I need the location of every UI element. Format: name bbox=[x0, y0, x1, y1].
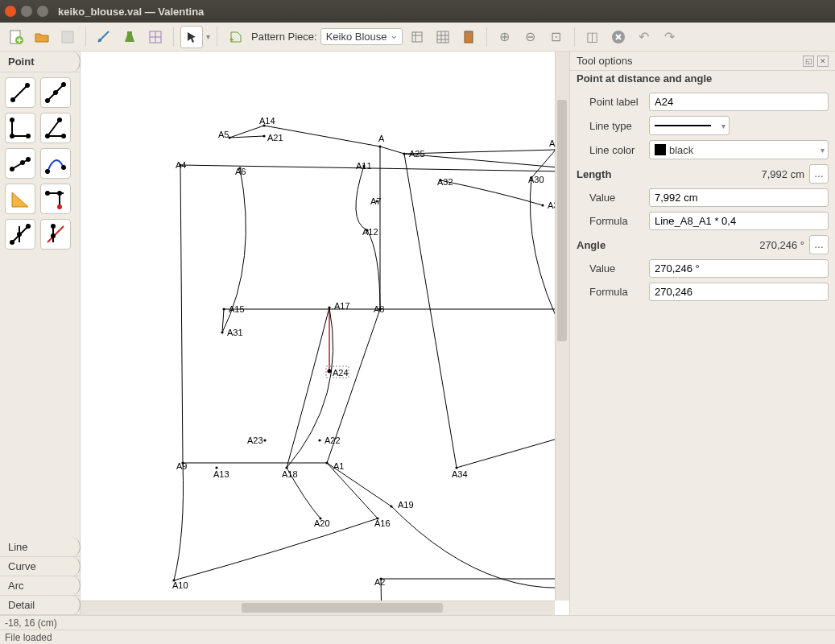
panel-close-icon[interactable]: ✕ bbox=[817, 56, 829, 67]
svg-line-57 bbox=[404, 150, 555, 154]
svg-line-62 bbox=[457, 434, 555, 468]
svg-point-22 bbox=[10, 118, 14, 122]
svg-text:A13: A13 bbox=[213, 469, 229, 479]
body-button[interactable] bbox=[118, 26, 141, 48]
tool-options-panel: Tool options ◱✕ Point at distance and an… bbox=[569, 52, 835, 615]
tool-line-intersect[interactable] bbox=[5, 219, 35, 250]
panel-undock-icon[interactable]: ◱ bbox=[803, 56, 814, 67]
length-display: 7,992 cm bbox=[762, 168, 804, 180]
redo-button[interactable]: ↷ bbox=[659, 26, 681, 48]
tool-triangle[interactable] bbox=[5, 184, 35, 214]
svg-text:A5: A5 bbox=[218, 130, 229, 139]
add-piece-button[interactable]: + bbox=[224, 26, 246, 48]
line-color-select[interactable]: black▾ bbox=[649, 140, 829, 159]
tab-curve[interactable]: Curve bbox=[0, 557, 80, 576]
window-maximize-icon[interactable] bbox=[37, 6, 48, 17]
svg-line-71 bbox=[229, 126, 264, 138]
svg-point-75 bbox=[378, 145, 381, 147]
zoom-out-button[interactable]: ⊖ bbox=[519, 26, 542, 48]
tool-line-intersect-axis[interactable] bbox=[40, 219, 71, 250]
tab-point[interactable]: Point bbox=[0, 52, 80, 72]
window-titlebar: keiko_blouse.val — Valentina bbox=[0, 0, 835, 23]
measurement-button[interactable] bbox=[93, 26, 115, 48]
svg-point-138 bbox=[221, 331, 223, 333]
vertical-scrollbar[interactable] bbox=[555, 52, 569, 601]
svg-line-24 bbox=[48, 120, 60, 136]
window-minimize-icon[interactable] bbox=[21, 6, 32, 17]
length-value-label: Value bbox=[577, 192, 644, 204]
svg-text:A34: A34 bbox=[452, 469, 468, 479]
save-file-button[interactable] bbox=[56, 26, 79, 48]
svg-text:A16: A16 bbox=[374, 518, 391, 528]
tab-line[interactable]: Line bbox=[0, 538, 80, 557]
tool-shoulder[interactable] bbox=[5, 148, 35, 179]
point-label-label: Point label bbox=[577, 96, 644, 108]
svg-text:A30: A30 bbox=[528, 175, 544, 184]
svg-text:A32: A32 bbox=[437, 177, 453, 187]
new-file-button[interactable] bbox=[5, 26, 27, 48]
tab-arc[interactable]: Arc bbox=[0, 576, 80, 596]
zoom-fit-button[interactable]: ⊡ bbox=[545, 26, 568, 48]
svg-point-119 bbox=[318, 439, 320, 441]
tool-segment[interactable] bbox=[5, 77, 35, 108]
svg-point-20 bbox=[10, 134, 14, 138]
tool-point-from-x-y[interactable] bbox=[40, 184, 71, 214]
svg-point-33 bbox=[61, 165, 66, 170]
svg-point-117 bbox=[262, 134, 265, 137]
window-close-icon[interactable] bbox=[5, 6, 16, 17]
svg-text:A17: A17 bbox=[334, 301, 350, 311]
pattern-piece-select[interactable]: Keiko Blouse bbox=[320, 28, 403, 45]
point-label-input[interactable] bbox=[649, 93, 829, 111]
grid-button[interactable] bbox=[144, 26, 167, 48]
svg-line-28 bbox=[12, 159, 28, 169]
history-button[interactable] bbox=[406, 26, 428, 48]
svg-text:A7: A7 bbox=[370, 196, 381, 206]
svg-point-123 bbox=[328, 369, 332, 374]
svg-line-73 bbox=[229, 136, 264, 138]
undo-button[interactable]: ↶ bbox=[633, 26, 655, 48]
tab-detail[interactable]: Detail bbox=[0, 596, 80, 615]
svg-point-105 bbox=[222, 308, 225, 310]
svg-line-61 bbox=[404, 154, 457, 468]
svg-point-47 bbox=[51, 224, 56, 229]
length-value-input[interactable] bbox=[649, 188, 829, 207]
length-formula-button[interactable]: … bbox=[809, 164, 829, 184]
svg-text:A15: A15 bbox=[229, 304, 245, 314]
angle-value-input[interactable] bbox=[649, 259, 829, 278]
svg-point-109 bbox=[328, 306, 330, 308]
angle-formula-input[interactable] bbox=[649, 283, 829, 301]
tool-perpendicular[interactable] bbox=[5, 113, 35, 143]
line-type-select[interactable]: ▾ bbox=[649, 116, 730, 135]
svg-point-29 bbox=[10, 167, 14, 171]
svg-text:A9: A9 bbox=[176, 461, 187, 471]
tool-bisector[interactable] bbox=[40, 113, 71, 143]
zoom-original-button[interactable]: ◫ bbox=[581, 26, 604, 48]
canvas-area[interactable]: AA1A2A3A4A5A6A7A8A9A10A11A12A13A14A15A16… bbox=[81, 52, 569, 615]
svg-point-37 bbox=[57, 191, 62, 196]
clipboard-button[interactable] bbox=[457, 26, 480, 48]
svg-point-121 bbox=[263, 439, 266, 441]
tool-curve-point[interactable] bbox=[40, 148, 71, 179]
svg-point-25 bbox=[45, 134, 50, 138]
angle-heading: Angle bbox=[577, 239, 606, 251]
tool-midpoint[interactable] bbox=[40, 77, 71, 108]
table-button[interactable] bbox=[432, 26, 454, 48]
angle-formula-button[interactable]: … bbox=[809, 235, 829, 254]
zoom-in-button[interactable]: ⊕ bbox=[494, 26, 516, 48]
pointer-button[interactable] bbox=[180, 26, 203, 48]
pattern-drawing[interactable]: AA1A2A3A4A5A6A7A8A9A10A11A12A13A14A15A16… bbox=[81, 52, 555, 601]
svg-point-113 bbox=[390, 505, 392, 507]
svg-point-38 bbox=[57, 204, 62, 209]
svg-text:A10: A10 bbox=[172, 580, 188, 590]
status-coords: -18, 16 (cm) bbox=[0, 615, 835, 630]
length-formula-input[interactable] bbox=[649, 212, 829, 230]
svg-text:A11: A11 bbox=[356, 161, 372, 171]
svg-point-36 bbox=[45, 191, 50, 196]
length-heading: Length bbox=[577, 168, 611, 180]
open-file-button[interactable] bbox=[31, 26, 53, 48]
angle-value-label: Value bbox=[577, 262, 644, 275]
svg-line-56 bbox=[380, 147, 404, 154]
stop-button[interactable] bbox=[607, 26, 630, 48]
point-tool-grid bbox=[0, 72, 80, 254]
horizontal-scrollbar[interactable] bbox=[81, 601, 555, 615]
